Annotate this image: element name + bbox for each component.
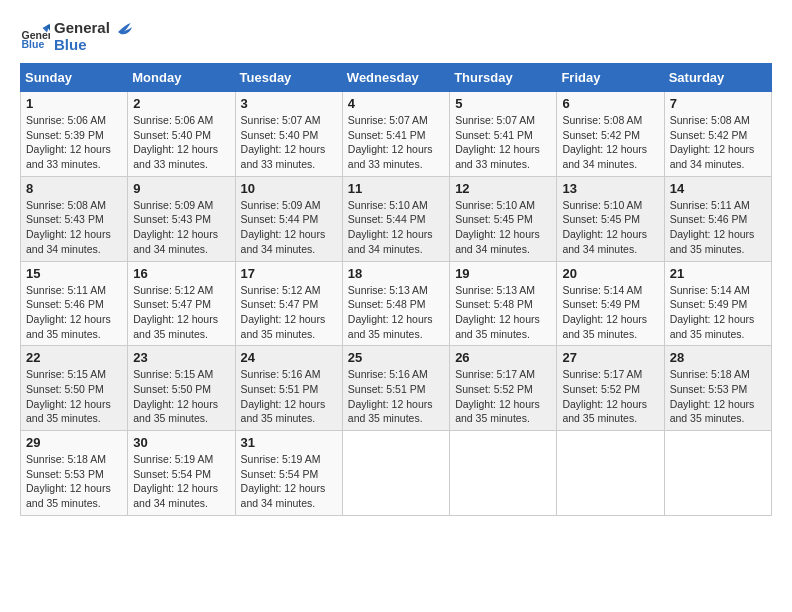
daylight-minutes: and 34 minutes. xyxy=(562,158,637,170)
sunset-label: Sunset: 5:44 PM xyxy=(241,213,319,225)
column-header-thursday: Thursday xyxy=(450,64,557,92)
calendar-day-12: 12 Sunrise: 5:10 AM Sunset: 5:45 PM Dayl… xyxy=(450,176,557,261)
daylight-label: Daylight: 12 hours xyxy=(348,228,433,240)
calendar-day-18: 18 Sunrise: 5:13 AM Sunset: 5:48 PM Dayl… xyxy=(342,261,449,346)
daylight-label: Daylight: 12 hours xyxy=(455,143,540,155)
sunset-label: Sunset: 5:54 PM xyxy=(133,468,211,480)
empty-cell xyxy=(450,431,557,516)
daylight-minutes: and 35 minutes. xyxy=(455,328,530,340)
daylight-minutes: and 34 minutes. xyxy=(133,243,208,255)
daylight-label: Daylight: 12 hours xyxy=(562,313,647,325)
day-info: Sunrise: 5:13 AM Sunset: 5:48 PM Dayligh… xyxy=(455,283,551,342)
day-number: 2 xyxy=(133,96,229,111)
day-number: 31 xyxy=(241,435,337,450)
day-info: Sunrise: 5:16 AM Sunset: 5:51 PM Dayligh… xyxy=(241,367,337,426)
day-number: 4 xyxy=(348,96,444,111)
calendar-day-14: 14 Sunrise: 5:11 AM Sunset: 5:46 PM Dayl… xyxy=(664,176,771,261)
sunset-label: Sunset: 5:48 PM xyxy=(455,298,533,310)
day-number: 22 xyxy=(26,350,122,365)
daylight-minutes: and 35 minutes. xyxy=(26,328,101,340)
column-header-saturday: Saturday xyxy=(664,64,771,92)
day-info: Sunrise: 5:18 AM Sunset: 5:53 PM Dayligh… xyxy=(670,367,766,426)
daylight-minutes: and 34 minutes. xyxy=(241,497,316,509)
daylight-label: Daylight: 12 hours xyxy=(133,482,218,494)
sunset-label: Sunset: 5:54 PM xyxy=(241,468,319,480)
day-number: 27 xyxy=(562,350,658,365)
day-info: Sunrise: 5:10 AM Sunset: 5:45 PM Dayligh… xyxy=(455,198,551,257)
sunrise-label: Sunrise: 5:14 AM xyxy=(670,284,750,296)
sunrise-label: Sunrise: 5:10 AM xyxy=(455,199,535,211)
day-info: Sunrise: 5:07 AM Sunset: 5:40 PM Dayligh… xyxy=(241,113,337,172)
day-info: Sunrise: 5:06 AM Sunset: 5:39 PM Dayligh… xyxy=(26,113,122,172)
sunrise-label: Sunrise: 5:17 AM xyxy=(455,368,535,380)
day-number: 7 xyxy=(670,96,766,111)
daylight-minutes: and 35 minutes. xyxy=(241,328,316,340)
day-number: 30 xyxy=(133,435,229,450)
sunrise-label: Sunrise: 5:10 AM xyxy=(348,199,428,211)
day-number: 25 xyxy=(348,350,444,365)
calendar-table: SundayMondayTuesdayWednesdayThursdayFrid… xyxy=(20,63,772,516)
day-info: Sunrise: 5:11 AM Sunset: 5:46 PM Dayligh… xyxy=(26,283,122,342)
sunset-label: Sunset: 5:41 PM xyxy=(348,129,426,141)
sunset-label: Sunset: 5:47 PM xyxy=(241,298,319,310)
sunset-label: Sunset: 5:39 PM xyxy=(26,129,104,141)
daylight-minutes: and 33 minutes. xyxy=(241,158,316,170)
daylight-label: Daylight: 12 hours xyxy=(26,228,111,240)
empty-cell xyxy=(557,431,664,516)
calendar-day-2: 2 Sunrise: 5:06 AM Sunset: 5:40 PM Dayli… xyxy=(128,92,235,177)
sunrise-label: Sunrise: 5:13 AM xyxy=(455,284,535,296)
daylight-minutes: and 35 minutes. xyxy=(133,412,208,424)
sunrise-label: Sunrise: 5:18 AM xyxy=(26,453,106,465)
day-number: 8 xyxy=(26,181,122,196)
sunrise-label: Sunrise: 5:19 AM xyxy=(241,453,321,465)
sunrise-label: Sunrise: 5:08 AM xyxy=(562,114,642,126)
daylight-label: Daylight: 12 hours xyxy=(26,143,111,155)
daylight-label: Daylight: 12 hours xyxy=(26,482,111,494)
sunrise-label: Sunrise: 5:08 AM xyxy=(26,199,106,211)
day-info: Sunrise: 5:10 AM Sunset: 5:44 PM Dayligh… xyxy=(348,198,444,257)
daylight-minutes: and 35 minutes. xyxy=(133,328,208,340)
daylight-label: Daylight: 12 hours xyxy=(670,228,755,240)
day-number: 1 xyxy=(26,96,122,111)
sunset-label: Sunset: 5:45 PM xyxy=(455,213,533,225)
column-header-friday: Friday xyxy=(557,64,664,92)
daylight-minutes: and 35 minutes. xyxy=(348,412,423,424)
sunset-label: Sunset: 5:50 PM xyxy=(133,383,211,395)
daylight-minutes: and 33 minutes. xyxy=(348,158,423,170)
sunset-label: Sunset: 5:41 PM xyxy=(455,129,533,141)
sunset-label: Sunset: 5:46 PM xyxy=(670,213,748,225)
sunset-label: Sunset: 5:46 PM xyxy=(26,298,104,310)
calendar-day-23: 23 Sunrise: 5:15 AM Sunset: 5:50 PM Dayl… xyxy=(128,346,235,431)
daylight-label: Daylight: 12 hours xyxy=(562,398,647,410)
day-info: Sunrise: 5:19 AM Sunset: 5:54 PM Dayligh… xyxy=(133,452,229,511)
day-number: 19 xyxy=(455,266,551,281)
sunrise-label: Sunrise: 5:10 AM xyxy=(562,199,642,211)
day-number: 6 xyxy=(562,96,658,111)
sunset-label: Sunset: 5:43 PM xyxy=(133,213,211,225)
day-number: 14 xyxy=(670,181,766,196)
calendar-day-17: 17 Sunrise: 5:12 AM Sunset: 5:47 PM Dayl… xyxy=(235,261,342,346)
daylight-minutes: and 35 minutes. xyxy=(455,412,530,424)
sunrise-label: Sunrise: 5:14 AM xyxy=(562,284,642,296)
day-info: Sunrise: 5:13 AM Sunset: 5:48 PM Dayligh… xyxy=(348,283,444,342)
sunrise-label: Sunrise: 5:15 AM xyxy=(26,368,106,380)
daylight-minutes: and 35 minutes. xyxy=(670,243,745,255)
calendar-day-13: 13 Sunrise: 5:10 AM Sunset: 5:45 PM Dayl… xyxy=(557,176,664,261)
sunrise-label: Sunrise: 5:09 AM xyxy=(133,199,213,211)
calendar-day-10: 10 Sunrise: 5:09 AM Sunset: 5:44 PM Dayl… xyxy=(235,176,342,261)
daylight-label: Daylight: 12 hours xyxy=(241,482,326,494)
day-info: Sunrise: 5:07 AM Sunset: 5:41 PM Dayligh… xyxy=(348,113,444,172)
daylight-minutes: and 33 minutes. xyxy=(455,158,530,170)
daylight-label: Daylight: 12 hours xyxy=(562,228,647,240)
daylight-minutes: and 35 minutes. xyxy=(348,328,423,340)
sunrise-label: Sunrise: 5:18 AM xyxy=(670,368,750,380)
calendar-day-5: 5 Sunrise: 5:07 AM Sunset: 5:41 PM Dayli… xyxy=(450,92,557,177)
sunrise-label: Sunrise: 5:09 AM xyxy=(241,199,321,211)
day-number: 9 xyxy=(133,181,229,196)
daylight-minutes: and 34 minutes. xyxy=(26,243,101,255)
daylight-label: Daylight: 12 hours xyxy=(133,398,218,410)
day-info: Sunrise: 5:06 AM Sunset: 5:40 PM Dayligh… xyxy=(133,113,229,172)
daylight-minutes: and 34 minutes. xyxy=(348,243,423,255)
sunset-label: Sunset: 5:44 PM xyxy=(348,213,426,225)
column-header-tuesday: Tuesday xyxy=(235,64,342,92)
